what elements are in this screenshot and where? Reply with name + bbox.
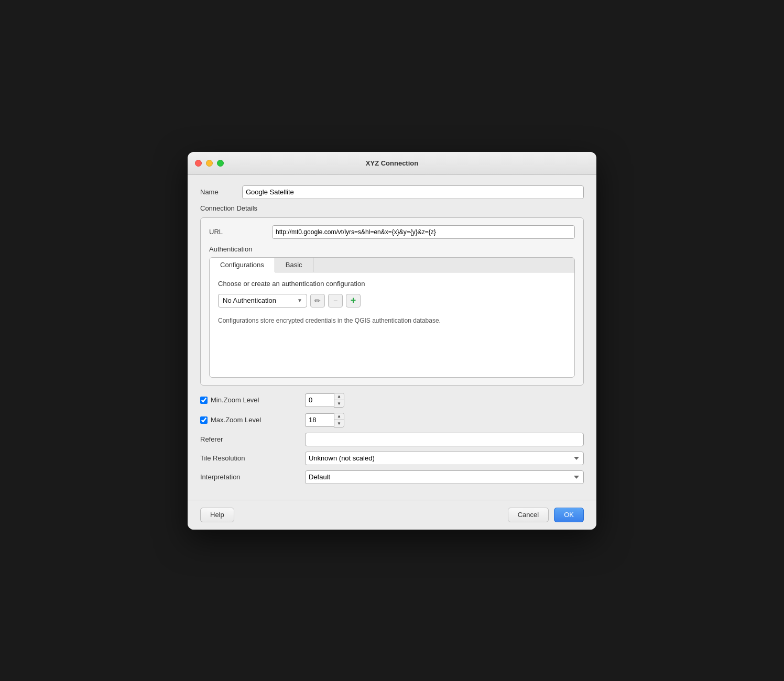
field-rows: Min.Zoom Level ▲ ▼ Max.Zoom Level (200, 393, 584, 484)
min-zoom-row: Min.Zoom Level ▲ ▼ (200, 393, 584, 408)
max-zoom-input[interactable] (305, 413, 334, 427)
remove-auth-button[interactable]: − (328, 294, 343, 307)
maximize-button[interactable] (217, 160, 224, 167)
auth-controls: No Authentication ▼ ✏ − + (218, 294, 566, 307)
auth-dropdown-value: No Authentication (223, 296, 276, 304)
xyz-connection-dialog: XYZ Connection Name Connection Details U… (188, 152, 596, 530)
max-zoom-down-button[interactable]: ▼ (334, 420, 344, 427)
min-zoom-input[interactable] (305, 393, 334, 407)
minus-icon: − (333, 296, 337, 305)
max-zoom-row: Max.Zoom Level ▲ ▼ (200, 413, 584, 427)
referer-row: Referer (200, 433, 584, 446)
url-label: URL (209, 228, 272, 236)
interpretation-select[interactable]: Default Generic MapTiler (305, 470, 584, 484)
connection-details-box: URL Authentication Configurations Basic … (200, 217, 584, 386)
cancel-button[interactable]: Cancel (508, 508, 549, 522)
min-zoom-label: Min.Zoom Level (211, 396, 287, 404)
bottom-bar: Help Cancel OK (188, 500, 596, 530)
tabs-header: Configurations Basic (210, 258, 574, 272)
min-zoom-down-button[interactable]: ▼ (334, 400, 344, 407)
interpretation-row: Interpretation Default Generic MapTiler (200, 470, 584, 484)
auth-config-dropdown[interactable]: No Authentication ▼ (218, 294, 307, 307)
min-zoom-up-button[interactable]: ▲ (334, 393, 344, 400)
plus-icon: + (351, 295, 356, 306)
edit-auth-button[interactable]: ✏ (310, 294, 325, 307)
add-auth-button[interactable]: + (346, 294, 361, 307)
max-zoom-checkbox[interactable] (200, 416, 208, 424)
name-row: Name (200, 185, 584, 199)
min-zoom-spinner: ▲ ▼ (305, 393, 344, 408)
window-title: XYZ Connection (366, 159, 418, 167)
tile-resolution-row: Tile Resolution Unknown (not scaled) Sta… (200, 452, 584, 465)
traffic-lights (195, 160, 224, 167)
name-input[interactable] (242, 185, 584, 199)
tile-resolution-label: Tile Resolution (200, 454, 305, 462)
titlebar: XYZ Connection (188, 152, 596, 175)
pencil-icon: ✏ (314, 296, 321, 305)
max-zoom-label: Max.Zoom Level (211, 416, 287, 424)
tab-configurations[interactable]: Configurations (210, 258, 275, 272)
connection-details-title: Connection Details (200, 204, 584, 212)
name-label: Name (200, 188, 242, 196)
referer-input[interactable] (305, 433, 584, 446)
close-button[interactable] (195, 160, 202, 167)
min-zoom-checkbox-wrapper: Min.Zoom Level (200, 396, 305, 404)
tab-basic[interactable]: Basic (275, 258, 313, 272)
authentication-label: Authentication (209, 245, 575, 253)
chevron-down-icon: ▼ (297, 298, 302, 303)
minimize-button[interactable] (206, 160, 213, 167)
help-button[interactable]: Help (200, 508, 234, 522)
max-zoom-spinner: ▲ ▼ (305, 413, 344, 427)
main-content: Name Connection Details URL Authenticati… (188, 175, 596, 500)
referer-label: Referer (200, 435, 305, 443)
tab-instruction: Choose or create an authentication confi… (218, 280, 566, 288)
interpretation-label: Interpretation (200, 473, 305, 481)
max-zoom-checkbox-wrapper: Max.Zoom Level (200, 416, 305, 424)
max-zoom-spinner-buttons: ▲ ▼ (334, 413, 344, 427)
url-row: URL (209, 225, 575, 239)
ok-button[interactable]: OK (554, 508, 584, 522)
tile-resolution-select[interactable]: Unknown (not scaled) Standard (256x256) … (305, 452, 584, 465)
url-input[interactable] (272, 225, 575, 239)
auth-note: Configurations store encrypted credentia… (218, 316, 566, 325)
min-zoom-spinner-buttons: ▲ ▼ (334, 393, 344, 408)
min-zoom-checkbox[interactable] (200, 397, 208, 404)
max-zoom-up-button[interactable]: ▲ (334, 413, 344, 420)
right-buttons: Cancel OK (508, 508, 584, 522)
authentication-tabs: Configurations Basic Choose or create an… (209, 257, 575, 378)
configurations-tab-content: Choose or create an authentication confi… (210, 272, 574, 377)
